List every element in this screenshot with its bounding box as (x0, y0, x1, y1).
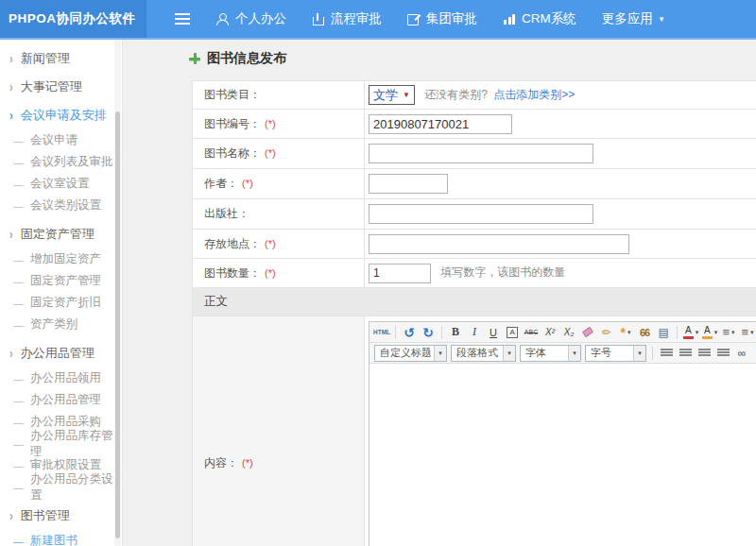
sidebar-group-news-management[interactable]: › 新闻管理 (0, 44, 122, 73)
dash-icon: — (13, 254, 24, 265)
nav-more-apps[interactable]: 更多应用 ▾ (602, 10, 664, 27)
required-mark: (*) (242, 457, 253, 469)
sidebar-item-fixed-asset-depreciation[interactable]: — 固定资产折旧 (0, 292, 122, 314)
align-justify-button[interactable] (714, 345, 731, 362)
paint-format-button[interactable]: *▾ (617, 324, 634, 341)
subscript-button[interactable]: X₂ (560, 324, 577, 341)
hamburger-menu-icon[interactable] (175, 13, 190, 25)
quantity-hint: 填写数字，该图书的数量 (440, 265, 565, 279)
sidebar-item-supplies-management[interactable]: — 办公用品管理 (0, 389, 122, 411)
nav-workflow-approval[interactable]: 流程审批 (312, 10, 382, 27)
ordered-list-button[interactable]: ≡▾ (720, 324, 737, 341)
category-select[interactable]: 文学 ▼ (369, 85, 415, 105)
dash-icon: — (13, 319, 24, 331)
sidebar-group-office-supplies[interactable]: › 办公用品管理 (0, 339, 122, 367)
italic-button[interactable]: I (466, 324, 483, 341)
sidebar-scrollbar-thumb[interactable] (115, 111, 120, 538)
caret-down-icon: ▾ (660, 14, 664, 24)
author-input[interactable] (369, 174, 448, 194)
html-source-button[interactable]: HTML (373, 324, 390, 341)
sidebar-item-asset-category[interactable]: — 资产类别 (0, 314, 122, 335)
custom-title-dropdown[interactable]: 自定义标题▾ (374, 345, 447, 362)
nav-group-approval[interactable]: 集团审批 (407, 10, 477, 27)
font-size-dropdown[interactable]: 字号▾ (585, 345, 646, 362)
nav-crm-system[interactable]: CRM系统 (503, 10, 576, 27)
sidebar-item-meeting-room-settings[interactable]: — 会议室设置 (0, 173, 122, 195)
book-name-input[interactable] (369, 144, 593, 163)
form-row-author: 作者：(*) (193, 169, 756, 199)
sidebar-item-supplies-category-settings[interactable]: — 办公用品分类设置 (0, 476, 122, 498)
sidebar-group-memorabilia-management[interactable]: › 大事记管理 (0, 73, 122, 101)
bold-button[interactable]: B (447, 324, 464, 341)
dash-icon: — (13, 135, 24, 146)
superscript-button[interactable]: X² (541, 324, 558, 341)
underline-button[interactable]: U (485, 324, 502, 341)
remove-link-button[interactable]: ∞ (752, 345, 756, 362)
editor-content-area[interactable] (369, 364, 756, 546)
align-left-button[interactable] (658, 345, 675, 362)
align-justify-icon (717, 349, 730, 358)
location-input[interactable] (369, 234, 629, 254)
font-family-dropdown[interactable]: 字体▾ (520, 345, 581, 362)
align-left-icon (661, 349, 673, 358)
paragraph-format-dropdown[interactable]: 段落格式▾ (451, 345, 516, 362)
sidebar-group-label: 图书管理 (21, 507, 70, 524)
required-mark: (*) (265, 267, 276, 279)
highlight-color-button[interactable]: A▾ (701, 324, 718, 341)
form-row-quantity: 图书数量：(*) 填写数字，该图书的数量 (193, 259, 756, 288)
sidebar-item-new-book[interactable]: — 新建图书 (0, 530, 122, 546)
editor-toolbar-row-1: HTML ↺ ↻ B I U A ABC X² X₂ ✏ (369, 322, 756, 343)
sidebar-group-meeting-request[interactable]: › 会议申请及安排 (0, 101, 122, 129)
toolbar-separator (441, 326, 442, 339)
group-approval-icon (407, 13, 420, 26)
required-mark: (*) (265, 238, 276, 249)
chevron-right-icon: › (9, 51, 13, 66)
sidebar-item-fixed-asset-management[interactable]: — 固定资产管理 (0, 270, 122, 292)
unordered-list-icon: ≡ (742, 325, 749, 339)
blockquote-button[interactable]: 66 (636, 324, 653, 341)
sidebar-item-meeting-apply[interactable]: — 会议申请 (0, 129, 122, 151)
book-form-table: 图书类目： 文学 ▼ 还没有类别? 点击添加类别>> 图书编号：(*) 图书名称… (192, 80, 756, 546)
align-center-button[interactable] (677, 345, 694, 362)
toolbar-separator (395, 326, 396, 339)
sidebar-group-fixed-assets[interactable]: › 固定资产管理 (0, 220, 122, 248)
form-row-book-no: 图书编号：(*) (193, 110, 756, 139)
content-label: 内容： (204, 456, 238, 469)
font-color-button[interactable]: A▾ (682, 324, 699, 341)
clear-format-button[interactable]: ✏ (598, 324, 615, 341)
publisher-input[interactable] (369, 204, 593, 224)
add-category-link[interactable]: 点击添加类别>> (493, 88, 575, 101)
paste-button[interactable]: ▤ (655, 324, 672, 341)
required-mark: (*) (242, 178, 253, 189)
caret-down-icon: ▾ (633, 346, 645, 361)
caret-down-icon: ▾ (750, 329, 754, 336)
sidebar-group-book-management[interactable]: › 图书管理 (0, 502, 122, 530)
sidebar-item-meeting-list-approval[interactable]: — 会议列表及审批 (0, 151, 122, 173)
sidebar-item-label: 资产类别 (30, 316, 77, 333)
sidebar-item-add-fixed-asset[interactable]: — 增加固定资产 (0, 248, 122, 270)
strikethrough-button[interactable]: ABC (523, 324, 540, 341)
eraser-icon (582, 327, 593, 337)
caret-down-icon: ▾ (503, 346, 515, 361)
quick-format-button[interactable]: A (507, 327, 517, 338)
no-category-hint: 还没有类别? (424, 88, 488, 101)
sidebar-group-label: 大事记管理 (21, 78, 82, 95)
eraser-button[interactable] (579, 324, 596, 341)
align-right-button[interactable] (696, 345, 713, 362)
redo-button[interactable]: ↻ (420, 324, 437, 341)
highlight-color-bar (702, 336, 713, 339)
plus-icon (189, 53, 200, 64)
sidebar-item-meeting-category-settings[interactable]: — 会议类别设置 (0, 195, 122, 216)
undo-button[interactable]: ↺ (401, 324, 418, 341)
book-no-input[interactable] (369, 114, 512, 134)
sidebar-item-label: 会议申请 (30, 132, 77, 148)
insert-link-button[interactable]: ∞ (733, 345, 750, 362)
sidebar-item-supplies-inventory[interactable]: — 办公用品库存管理 (0, 433, 122, 454)
publisher-label: 出版社： (204, 207, 249, 220)
nav-personal-office[interactable]: 个人办公 (216, 10, 286, 27)
sidebar-item-supplies-requisition[interactable]: — 办公用品领用 (0, 367, 122, 389)
quantity-input[interactable] (369, 264, 431, 283)
dash-icon: — (13, 200, 24, 212)
dash-icon: — (13, 157, 24, 168)
unordered-list-button[interactable]: ≡▾ (739, 324, 756, 341)
